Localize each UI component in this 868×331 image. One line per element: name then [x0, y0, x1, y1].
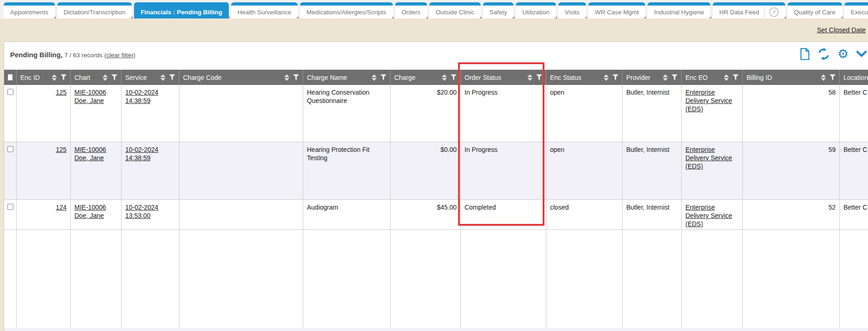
row-checkbox[interactable]	[7, 146, 13, 152]
tab-industrial-hygiene[interactable]: Industrial Hygiene	[648, 2, 710, 18]
tab-orders[interactable]: Orders	[395, 2, 427, 18]
external-link-icon[interactable]: ↗	[769, 7, 779, 17]
collapse-chevron-icon[interactable]	[856, 51, 867, 57]
empty-column-area	[682, 230, 743, 328]
cell-enc-eo: Enterprise Delivery Service (EDS)	[682, 85, 743, 142]
select-all-checkbox-box[interactable]	[8, 74, 12, 80]
settings-gear-icon[interactable]: ⚙	[837, 48, 849, 60]
tab-utilization[interactable]: Utilization	[516, 2, 556, 18]
tab-hr-data-feed[interactable]: HR Data Feed↗	[713, 2, 785, 18]
filter-icon[interactable]	[733, 74, 739, 80]
set-closed-date-link[interactable]: Set Closed Date	[817, 26, 866, 34]
cell-billing-id: 52	[743, 200, 840, 229]
sort-icon[interactable]	[160, 74, 165, 81]
enc-eo-link[interactable]: Enterprise Delivery Service (EDS)	[685, 89, 732, 113]
filter-icon[interactable]	[612, 74, 618, 80]
tab-medications-allergies-scripts[interactable]: Medications/Allergies/Scripts	[300, 2, 393, 18]
sort-icon[interactable]	[284, 74, 289, 81]
tab-executive-dashboard[interactable]: Executive Dashboard	[844, 2, 868, 18]
filter-icon[interactable]	[451, 74, 457, 80]
filter-icon[interactable]	[380, 74, 386, 80]
cell-charge-name: Hearing Conservation Questionnaire	[303, 85, 391, 142]
enc-eo-link[interactable]: Enterprise Delivery Service (EDS)	[685, 146, 732, 170]
cell-order-status: In Progress	[461, 142, 546, 199]
cell-service: 10-02-2024 14:38:59	[122, 85, 179, 142]
column-header-charge-name[interactable]: Charge Name	[303, 70, 391, 85]
sort-icon[interactable]	[663, 74, 668, 81]
empty-column-area	[461, 230, 546, 328]
column-header-chart[interactable]: Chart	[71, 70, 122, 85]
tab-health-surveillance[interactable]: Health Surveillance	[231, 2, 298, 18]
tab-label: Executive Dashboard	[851, 9, 868, 16]
empty-column-area	[391, 230, 461, 328]
service-link[interactable]: 10-02-2024 14:38:59	[125, 146, 159, 162]
refresh-icon[interactable]	[818, 48, 830, 60]
column-header-enc-status[interactable]: Enc Status	[546, 70, 623, 85]
table-bottom-strip	[4, 328, 868, 331]
new-document-icon[interactable]	[800, 48, 810, 60]
cell-provider: Butler, Internist	[623, 200, 682, 229]
filter-icon[interactable]	[169, 74, 175, 80]
tab-dictation-transcription[interactable]: Dictation/Transcription	[57, 2, 132, 18]
enc-eo-link[interactable]: Enterprise Delivery Service (EDS)	[685, 204, 732, 228]
tab-quality-of-care[interactable]: Quality of Care	[788, 2, 842, 18]
column-header-billing-id[interactable]: Billing ID	[743, 70, 840, 85]
column-header-location[interactable]: Location	[840, 70, 868, 85]
filter-icon[interactable]	[61, 74, 67, 80]
cell-location: Better C	[840, 85, 868, 142]
service-link[interactable]: 10-02-2024 14:38:59	[125, 89, 159, 104]
column-header-enc-id[interactable]: Enc ID	[17, 70, 71, 85]
tab-wr-case-mgmt[interactable]: WR Case Mgmt	[588, 2, 645, 18]
chart-link[interactable]: MIE-10006 Doe, Jane	[74, 146, 106, 162]
cell-charge-code	[179, 85, 303, 142]
column-header-charge[interactable]: Charge	[391, 70, 461, 85]
cell-provider: Butler, Internist	[623, 142, 682, 199]
chart-link[interactable]: MIE-10006 Doe, Jane	[74, 204, 106, 219]
cell-enc-eo: Enterprise Delivery Service (EDS)	[682, 142, 743, 199]
enc-id-link[interactable]: 124	[56, 204, 67, 211]
sort-icon[interactable]	[527, 74, 532, 81]
column-header-enc-eo[interactable]: Enc EO	[682, 70, 743, 85]
cell-enc-id: 125	[17, 85, 71, 142]
filter-icon[interactable]	[111, 74, 117, 80]
tab-financials-pending-billing[interactable]: Financials : Pending Billing	[134, 2, 228, 18]
enc-id-link[interactable]: 125	[56, 146, 67, 153]
table-empty-area	[4, 230, 868, 328]
tab-label: Dictation/Transcription	[64, 9, 126, 16]
row-checkbox[interactable]	[7, 89, 13, 95]
cell-charge-name: Audiogram	[303, 200, 391, 229]
tab-outside-clinic[interactable]: Outside Clinic	[429, 2, 481, 18]
service-link[interactable]: 10-02-2024 13:53:00	[125, 204, 159, 219]
tab-label: WR Case Mgmt	[595, 9, 639, 16]
row-checkbox-cell	[4, 85, 17, 142]
row-checkbox[interactable]	[7, 204, 13, 210]
sort-icon[interactable]	[103, 74, 108, 81]
column-label: Order Status	[465, 74, 501, 81]
tab-label: Quality of Care	[794, 9, 836, 16]
column-header-charge-code[interactable]: Charge Code	[179, 70, 303, 85]
sort-icon[interactable]	[372, 74, 377, 81]
filter-icon[interactable]	[830, 74, 836, 80]
chart-link[interactable]: MIE-10006 Doe, Jane	[74, 89, 106, 104]
tab-label: HR Data Feed	[719, 9, 759, 16]
column-header-order-status[interactable]: Order Status	[461, 70, 546, 85]
enc-id-link[interactable]: 125	[56, 89, 67, 96]
filter-icon[interactable]	[536, 74, 542, 80]
sort-icon[interactable]	[442, 74, 447, 81]
sort-icon[interactable]	[604, 74, 609, 81]
tab-safety[interactable]: Safety	[483, 2, 513, 18]
column-label: Charge	[394, 74, 416, 81]
select-all-checkbox[interactable]	[4, 70, 17, 85]
tab-visits[interactable]: Visits	[558, 2, 586, 18]
sort-icon[interactable]	[821, 74, 826, 81]
tab-icon-separator: ↗	[764, 6, 779, 18]
sort-icon[interactable]	[724, 74, 729, 81]
column-header-service[interactable]: Service	[122, 70, 179, 85]
filter-icon[interactable]	[672, 74, 678, 80]
clear-filter-link[interactable]: clear filter	[106, 52, 134, 59]
tab-appointments[interactable]: Appointments	[4, 2, 55, 18]
sort-icon[interactable]	[52, 74, 57, 81]
pending-billing-table: Enc IDChartServiceCharge CodeCharge Name…	[4, 70, 868, 331]
column-header-provider[interactable]: Provider	[623, 70, 682, 85]
filter-icon[interactable]	[293, 74, 299, 80]
